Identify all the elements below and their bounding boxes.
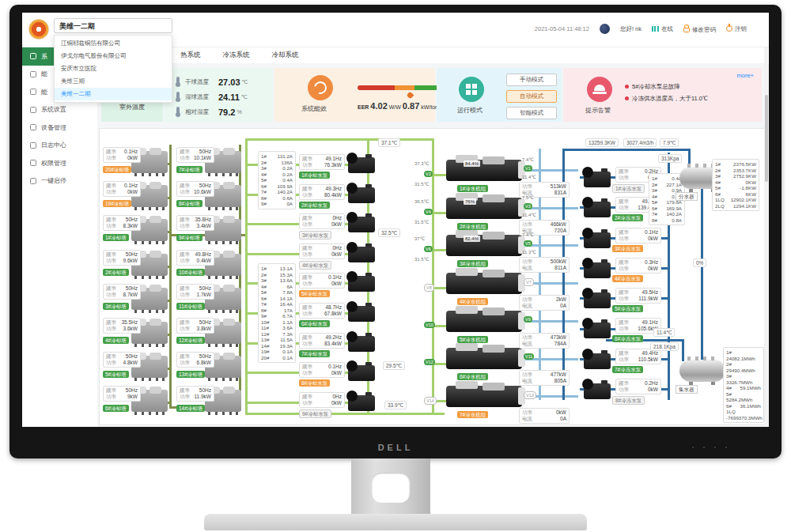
- dell-logo: DELL: [9, 443, 782, 452]
- cooling-pump-unit: 频率0Hz 功率0kW 3#冷却水泵: [299, 213, 378, 243]
- eer-gauge-bar: [358, 85, 446, 90]
- bypass-valve-label: 0%: [693, 258, 706, 267]
- alarm-icon: [587, 77, 612, 102]
- eer-reading: EER 4.02 W/W 0.87 kW/ton: [358, 101, 449, 111]
- scrollbar-thumb[interactable]: [765, 95, 768, 182]
- project-dropdown-option[interactable]: 美维一二期: [55, 88, 172, 100]
- sidebar-item-label: 能: [41, 88, 47, 96]
- chiller-icon: [446, 235, 522, 256]
- tower-status-badge: 19#冷却塔: [103, 200, 131, 207]
- sidebar-item[interactable]: 设备管理: [22, 119, 97, 137]
- chiller-icon: [446, 160, 522, 181]
- tower-status-badge: 6#冷却塔: [103, 405, 129, 412]
- tower-info-box: 频率50Hz 功率8.3kW: [103, 215, 141, 231]
- sidebar-item[interactable]: 权限管理: [22, 154, 97, 172]
- weather-row: 干球温度 27.03 ℃: [174, 74, 273, 89]
- chiller-load-percent: 84.4%: [464, 160, 480, 167]
- chiller-right-valve[interactable]: V11: [524, 353, 534, 360]
- chiller-right-valve[interactable]: V9: [524, 316, 532, 323]
- pump-icon: [584, 202, 611, 217]
- mode-button[interactable]: 智能模式: [506, 107, 557, 119]
- tower-status-badge: 10#冷却塔: [176, 269, 205, 276]
- chiller-left-valve[interactable]: V2: [424, 171, 433, 177]
- change-password-link[interactable]: 修改密码: [683, 25, 716, 34]
- sidebar-item-icon: [30, 160, 36, 166]
- mode-button[interactable]: 自动模式: [506, 90, 557, 103]
- chiller-right-valve[interactable]: V3: [524, 203, 532, 209]
- scrollbar[interactable]: [764, 47, 768, 427]
- chiller-icon: [446, 348, 522, 369]
- outdoor-temp-label: 室外温度: [101, 103, 163, 111]
- pump-status-badge: 6#冷却水泵: [299, 320, 330, 327]
- chiller-left-valve[interactable]: V12: [424, 359, 435, 365]
- project-dropdown-option[interactable]: 美维三期: [55, 75, 172, 88]
- tower-status-badge: 2#冷却塔: [103, 269, 129, 276]
- chiller-right-valve[interactable]: V5: [524, 240, 532, 247]
- pump-info-box: 频率49.3Hz 功率80.4kW: [299, 184, 345, 200]
- tower-info-box: 频率50Hz 功率9kW: [103, 386, 141, 402]
- pump-info-box: 频率49.1Hz 功率76.3kW: [299, 154, 345, 170]
- supply-kw-label: 13259.3KW: [585, 138, 619, 147]
- logout-link[interactable]: 注销: [726, 25, 747, 33]
- sidebar-item[interactable]: 一键启停: [22, 172, 97, 191]
- project-dropdown-option[interactable]: 安庆市立医院: [55, 62, 172, 75]
- plant-diagram: 频率0.1Hz 功率0kW 20#冷却塔 频率0.1Hz 功率0kW 19#: [99, 128, 766, 425]
- alarm-more-link[interactable]: more+: [737, 72, 754, 79]
- project-dropdown-option[interactable]: 伊戈尔电气股份有限公司: [55, 50, 172, 62]
- tower-info-box: 频率50Hz 功率6.8kW: [176, 352, 214, 368]
- project-selector-input[interactable]: 美维一二期: [54, 18, 172, 33]
- chilled-supply-temp: 7.4℃: [522, 232, 534, 237]
- pump-icon: [348, 336, 375, 352]
- alarm-dot-icon: [625, 85, 629, 89]
- mode-button[interactable]: 手动模式: [506, 74, 557, 86]
- cooling-pump-current-list: 1#131.2A2#136A3#0.2A4#0.2A5#0.4A6#109.9A…: [258, 151, 296, 209]
- sidebar-item[interactable]: 系统设置: [22, 101, 97, 119]
- sidebar-item[interactable]: 日志中心: [22, 137, 97, 155]
- project-dropdown-option[interactable]: 江铜耶兹铜箔有限公司: [55, 37, 172, 50]
- tower-info-box: 频率50Hz 功率1.7kW: [176, 284, 214, 300]
- tower-info-box: 频率50Hz 功率10.6kW: [176, 181, 214, 197]
- cooling-pump-unit: 频率0.1Hz 功率0kW 5#冷却水泵: [299, 273, 378, 303]
- pipe-segment: [701, 189, 703, 361]
- sidebar-item-icon: [30, 71, 36, 77]
- tab[interactable]: 冷却系统: [272, 51, 299, 60]
- signal-icon: [652, 26, 659, 32]
- chiller-status-badge: 7#冷水机组: [457, 411, 488, 418]
- chiller-column: 37.3℃ V2 31.5℃ 84.4% 1#冷水机组 7.4℃ V1 11.4…: [414, 157, 573, 421]
- pump-info-box: 频率0.3Hz 功率0kW: [615, 258, 661, 274]
- pump-icon: [348, 187, 375, 203]
- tower-status-badge: 13#冷却塔: [176, 371, 205, 378]
- cooling-tower-unit: 频率0.1Hz 功率0kW 20#冷却塔: [103, 147, 176, 181]
- chilled-pump-unit: 频率0.2Hz 功率0kW 8#冷冻水泵: [584, 379, 680, 409]
- efficiency-card: 系统能效 EER 4.02 W/W 0.87 kW/ton: [274, 68, 435, 122]
- chiller-right-valve[interactable]: V1: [524, 165, 532, 172]
- tab[interactable]: 热系统: [180, 51, 201, 60]
- thermometer-icon: [174, 92, 181, 102]
- chiller-left-valve[interactable]: V8: [424, 284, 434, 292]
- distributor-list: 1#2376.5KW2#2353.7KW3#2752.9KW4#0KW5#-1.…: [712, 159, 759, 211]
- chiller-left-valve[interactable]: V14: [424, 397, 437, 405]
- chiller-right-valve[interactable]: V13: [524, 391, 536, 399]
- efficiency-icon: [308, 75, 333, 100]
- tab[interactable]: 冷冻系统: [223, 51, 250, 60]
- cooling-supply-temp-label: 37.1℃: [378, 138, 400, 147]
- chiller-left-valve[interactable]: V6: [424, 246, 433, 252]
- chiller-status-badge: 5#冷水机组: [457, 336, 488, 343]
- pump-status-badge: 7#冷却水泵: [299, 350, 330, 357]
- chiller-left-valve[interactable]: V4: [424, 209, 433, 215]
- tower-current-list: 1#13.1A2#15.3A3#13.6A4#6A5#7.8A6#14.1A7#…: [258, 263, 296, 363]
- alarm-row: 冷冻供水温度高，大于11.0℃: [625, 92, 708, 104]
- tower-info-box: 频率50Hz 功率10.1kW: [176, 147, 214, 163]
- pump-status-badge: 4#冷却水泵: [299, 261, 331, 270]
- chiller-left-valve[interactable]: V10: [424, 322, 435, 328]
- cooling-pump-unit: 频率49.2Hz 功率83.4kW 7#冷却水泵: [299, 333, 378, 363]
- tower-info-box: 频率35.5Hz 功率3.6kW: [103, 318, 141, 334]
- cooling-tower-unit: 频率50Hz 功率8.3kW 1#冷却塔: [103, 215, 176, 249]
- chiller-icon: [446, 273, 522, 294]
- tower-info-box: 频率50Hz 功率9.6kW: [103, 250, 141, 266]
- chiller-right-valve[interactable]: V7: [524, 278, 534, 286]
- cooling-tower-unit: 频率50Hz 功率9kW 6#冷却塔: [103, 386, 176, 420]
- tower-info-box: 频率50Hz 功率4.8kW: [103, 352, 141, 368]
- chiller-unit: V12 6#冷水机组 V11 功率477kW 电流805A: [414, 345, 573, 383]
- chilled-pump-unit: 频率49.4Hz 功率110.5kW 7#冷冻水泵: [584, 349, 680, 379]
